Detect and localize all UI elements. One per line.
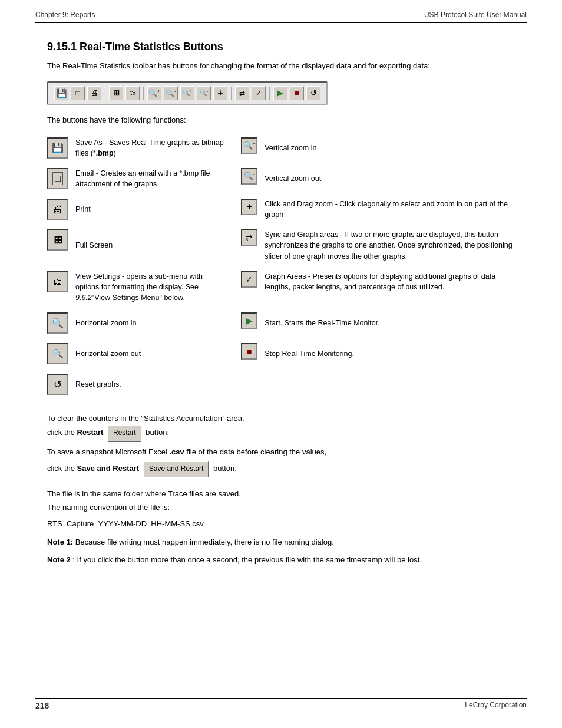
table-row: □ Email - Creates an email with a *.bmp …	[47, 163, 515, 194]
hzoomout-desc: Horizontal zoom out	[73, 338, 239, 369]
clear-text2: click the Restart Restart button.	[47, 425, 515, 442]
toolbar-sync-btn[interactable]: ⇄	[235, 86, 249, 100]
table-row: ⊞ Full Screen ⇄ Sync and Graph areas - I…	[47, 225, 515, 266]
toolbar-fullscreen-btn[interactable]: ⊞	[109, 86, 123, 100]
toolbar-graphareas-btn[interactable]: ✓	[252, 86, 266, 100]
toolbar-reset-btn[interactable]: ↺	[306, 86, 320, 100]
graphareas-desc: Graph Areas - Presents options for displ…	[260, 266, 515, 308]
reset-icon: ↺	[47, 374, 68, 395]
filename-text: RTS_Capture_YYYY-MM-DD_HH-MM-SS.csv	[47, 517, 515, 531]
toolbar-vzoomout-btn[interactable]: 🔍-	[197, 86, 211, 100]
snapshot-text: To save a snapshot Microsoft Excel .csv …	[47, 445, 515, 459]
page-footer: 218 LeCroy Corporation	[0, 695, 562, 716]
table-row: 🗂 View Settings - opens a sub-menu with …	[47, 266, 515, 308]
start-icon: ▶	[241, 312, 257, 329]
clear-section: To clear the counters in the “Statistics…	[47, 411, 515, 477]
sync-desc: Sync and Graph areas - If two or more gr…	[260, 225, 515, 266]
toolbar-separator-1	[105, 87, 105, 100]
clear-text1: To clear the counters in the “Statistics…	[47, 411, 515, 425]
buttons-label: The buttons have the following functions…	[47, 116, 515, 124]
print-icon: 🖨	[47, 199, 68, 220]
toolbar-separator-3	[231, 87, 232, 100]
note2: Note 2 : If you click the button more th…	[47, 554, 515, 566]
toolbar-image: 💾 □ 🖨 ⊞ 🗂 🔍+ 🔍- 🔍+	[47, 81, 328, 105]
toolbar-hzoomin-btn[interactable]: 🔍+	[147, 86, 161, 100]
table-row: ↺ Reset graphs.	[47, 369, 515, 400]
note2-text: : If you click the button more than once…	[72, 555, 422, 564]
note2-label: Note 2	[47, 555, 71, 564]
fullscreen-desc: Full Screen	[73, 225, 239, 266]
dragzoom-desc: Click and Drag zoom - Click diagonally t…	[260, 194, 515, 225]
page-title: 9.15.1 Real-Time Statistics Buttons	[47, 41, 515, 53]
graphareas-icon: ✓	[241, 271, 257, 288]
viewsettings-icon: 🗂	[47, 271, 68, 292]
toolbar-email-btn[interactable]: □	[71, 86, 85, 100]
buttons-table: 💾 Save As - Saves Real-Time graphs as bi…	[47, 133, 515, 400]
save-as-icon: 💾	[47, 137, 68, 159]
note1-label: Note 1:	[47, 538, 73, 546]
page-header: Chapter 9: Reports USB Protocol Suite Us…	[0, 0, 562, 23]
toolbar-save-btn[interactable]: 💾	[54, 86, 68, 100]
vzoomin-desc: Vertical zoom in	[260, 133, 515, 163]
viewsettings-desc: View Settings - opens a sub-menu with op…	[73, 266, 239, 308]
note1: Note 1: Because file writing must happen…	[47, 536, 515, 548]
toolbar-hzoomout-btn[interactable]: 🔍-	[164, 86, 178, 100]
restart-button[interactable]: Restart	[108, 425, 141, 442]
vzoomout-desc: Vertical zoom out	[260, 163, 515, 194]
toolbar-viewsettings-btn[interactable]: 🗂	[125, 86, 140, 100]
toolbar-separator-4	[269, 87, 270, 100]
naming-section: The file is in the same folder where Tra…	[47, 487, 515, 565]
restart-bold-label: Restart	[77, 429, 104, 437]
toolbar-stop-btn[interactable]: ■	[290, 86, 304, 100]
table-row: 💾 Save As - Saves Real-Time graphs as bi…	[47, 133, 515, 163]
intro-paragraph: The Real-Time Statistics toolbar has but…	[47, 60, 515, 72]
sync-icon: ⇄	[241, 229, 257, 246]
stop-desc: Stop Real-Time Monitoring.	[260, 338, 515, 369]
save-restart-button[interactable]: Save and Restart	[144, 461, 209, 477]
csv-label: .csv	[169, 447, 184, 456]
toolbar-dragzoom-btn[interactable]: +	[213, 86, 227, 100]
table-row: 🔍 Horizontal zoom out ■ Stop Real-Time M…	[47, 338, 515, 369]
footer-right: LeCroy Corporation	[465, 701, 527, 710]
main-content: 9.15.1 Real-Time Statistics Buttons The …	[0, 23, 562, 612]
email-icon: □	[47, 168, 68, 189]
fullscreen-icon: ⊞	[47, 229, 68, 251]
note1-text: Because file writing must happen immedia…	[75, 538, 334, 546]
toolbar-vzoomin-btn[interactable]: 🔍+	[180, 86, 194, 100]
hzoomin-desc: Horizontal zoom in	[73, 308, 239, 338]
table-row: 🖨 Print + Click and Drag zoom - Click di…	[47, 194, 515, 225]
header-left: Chapter 9: Reports	[35, 11, 95, 19]
hzoomin-icon: 🔍	[47, 312, 68, 334]
stop-icon: ■	[241, 343, 257, 360]
start-desc: Start. Starts the Real-Time Monitor.	[260, 308, 515, 338]
vzoomout-icon: 🔍-	[241, 168, 257, 185]
save-bold-label: Save and Restart	[77, 465, 140, 473]
email-desc: Email - Creates an email with a *.bmp fi…	[73, 163, 239, 194]
header-right: USB Protocol Suite User Manual	[424, 11, 527, 19]
toolbar-separator-2	[143, 87, 144, 100]
vzoomin-icon: 🔍+	[241, 137, 257, 154]
toolbar-start-btn[interactable]: ▶	[273, 86, 287, 100]
naming-text2: The naming convention of the file is:	[47, 500, 515, 514]
print-desc: Print	[73, 194, 239, 225]
table-row: 🔍 Horizontal zoom in ▶ Start. Starts the…	[47, 308, 515, 338]
dragzoom-icon: +	[241, 199, 257, 215]
reset-desc: Reset graphs.	[73, 369, 239, 400]
footer-left: 218	[35, 701, 49, 710]
save-click-text: click the Save and Restart Save and Rest…	[47, 461, 515, 477]
naming-text1: The file is in the same folder where Tra…	[47, 487, 515, 500]
hzoomout-icon: 🔍	[47, 343, 68, 364]
save-as-desc: Save As - Saves Real-Time graphs as bitm…	[73, 133, 239, 163]
toolbar-print-btn[interactable]: 🖨	[87, 86, 101, 100]
